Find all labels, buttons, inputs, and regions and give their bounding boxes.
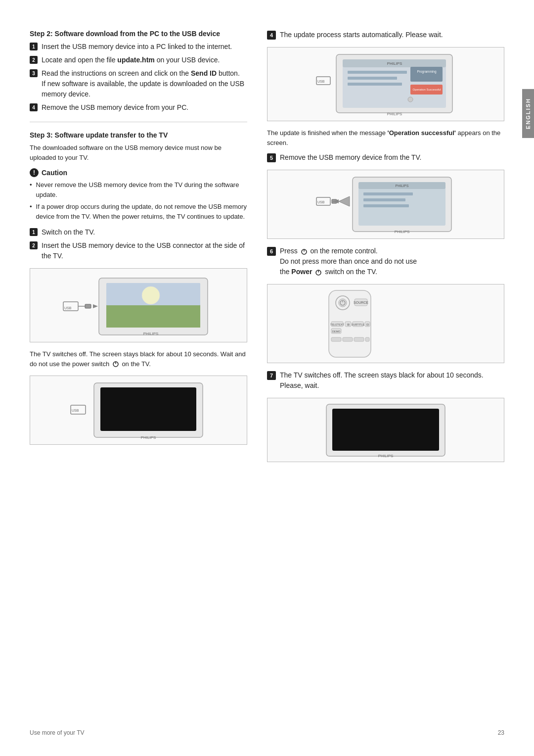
switch-content-1: Switch on the TV. xyxy=(42,227,247,237)
step3-title: Step 3: Software update transfer to the … xyxy=(30,131,247,139)
step2-item-3: 3 Read the instructions on screen and cl… xyxy=(30,68,247,99)
step4-num: 4 xyxy=(267,31,276,40)
svg-rect-69 xyxy=(331,337,341,341)
switch-list: 1 Switch on the TV. 2 Insert the USB mem… xyxy=(30,227,247,261)
tv-illustration-5: SOURCE TELETEXT ⊞ SUBTITLE ⊟ DEMO xyxy=(267,284,504,363)
svg-rect-46 xyxy=(363,204,409,207)
svg-text:PHILIPS: PHILIPS xyxy=(396,184,409,188)
page-container: ENGLISH Step 2: Software download from t… xyxy=(0,0,534,756)
footer-right: 23 xyxy=(498,729,504,736)
power-icon-1 xyxy=(112,361,119,368)
svg-text:SUBTITLE: SUBTITLE xyxy=(352,323,365,326)
svg-text:PHILIPS: PHILIPS xyxy=(378,454,394,458)
step6-content: Press on the remote control. Do not pres… xyxy=(280,246,504,277)
switch-num-2: 2 xyxy=(30,241,38,249)
left-column: Step 2: Software download from the PC to… xyxy=(30,30,247,469)
svg-text:⊞: ⊞ xyxy=(347,323,350,326)
step4-block: 4 The update process starts automaticall… xyxy=(267,30,504,40)
svg-rect-3 xyxy=(85,304,91,308)
step6-block: 6 Press on the remote control. Do not pr… xyxy=(267,246,504,277)
svg-text:USB: USB xyxy=(72,409,79,412)
step2-item-2: 2 Locate and open the file update.htm on… xyxy=(30,55,247,65)
svg-rect-9 xyxy=(106,305,200,328)
switch-item-2: 2 Insert the USB memory device to the US… xyxy=(30,240,247,261)
svg-rect-72 xyxy=(365,337,369,341)
caution-block: ! Caution Never remove the USB memory de… xyxy=(30,168,247,221)
svg-rect-71 xyxy=(354,337,364,341)
svg-text:USB: USB xyxy=(317,80,325,83)
step7-content: The TV switches off. The screen stays bl… xyxy=(280,370,504,391)
step2-content-3: Read the instructions on screen and clic… xyxy=(42,68,247,99)
operation-successful-text: 'Operation successful' xyxy=(388,129,456,137)
tv-illus-wrap-1: USB xyxy=(30,268,247,342)
svg-text:Operation Successful: Operation Successful xyxy=(412,88,441,91)
tv-svg-1: USB xyxy=(59,273,218,337)
switch-item-1: 1 Switch on the TV. xyxy=(30,227,247,237)
step2-num-2: 2 xyxy=(30,56,38,64)
power-icon-3 xyxy=(315,269,322,276)
tv-illustration-6: PHILIPS xyxy=(267,398,504,462)
power-svg-3 xyxy=(315,269,322,276)
switch-content-2: Insert the USB memory device to the USB … xyxy=(42,240,247,261)
caution-title: ! Caution xyxy=(30,168,247,177)
right-column: 4 The update process starts automaticall… xyxy=(267,30,504,469)
svg-rect-27 xyxy=(348,83,402,86)
svg-rect-25 xyxy=(348,71,407,74)
step5-block: 5 Remove the USB memory device from the … xyxy=(267,152,504,163)
step2-num-3: 3 xyxy=(30,69,38,77)
svg-rect-26 xyxy=(348,77,397,80)
svg-text:DEMO: DEMO xyxy=(332,330,341,333)
power-svg-2 xyxy=(301,248,308,255)
tv-svg-2: USB PHILIPS xyxy=(67,380,210,440)
tv-illustration-3: USB PHILIPS Programm xyxy=(267,47,504,121)
svg-text:PHILIPS: PHILIPS xyxy=(143,331,159,336)
step4-content: The update process starts automatically.… xyxy=(280,30,504,40)
tv-illustration-4: USB PH xyxy=(267,170,504,239)
step5-num: 5 xyxy=(267,153,276,162)
tv-illus-wrap-4: USB PH xyxy=(267,170,504,239)
svg-point-10 xyxy=(142,286,160,304)
svg-rect-74 xyxy=(332,409,439,451)
page-footer: Use more of your TV 23 xyxy=(30,729,504,736)
divider-1 xyxy=(30,122,247,122)
tv-illus-wrap-3: USB PHILIPS Programm xyxy=(267,47,504,121)
tv-illus-wrap-2: USB PHILIPS xyxy=(30,376,247,445)
svg-point-32 xyxy=(408,97,413,102)
power-svg-1 xyxy=(112,361,119,368)
svg-text:SOURCE: SOURCE xyxy=(354,301,368,304)
tv-svg-4: USB PH xyxy=(314,175,457,234)
svg-rect-28 xyxy=(410,67,443,82)
svg-text:⊟: ⊟ xyxy=(366,323,369,326)
step2-title: Step 2: Software download from the PC to… xyxy=(30,30,247,38)
tv-illus-wrap-5: SOURCE TELETEXT ⊞ SUBTITLE ⊟ DEMO xyxy=(267,283,504,365)
tv-illus-wrap-6: PHILIPS xyxy=(267,397,504,464)
svg-text:PHILIPS: PHILIPS xyxy=(141,435,156,440)
svg-text:PHILIPS: PHILIPS xyxy=(395,230,410,234)
caution-item-2: If a power drop occurs during the update… xyxy=(30,202,247,221)
step5-content: Remove the USB memory device from the TV… xyxy=(280,152,504,163)
step2-list: 1 Insert the USB memory device into a PC… xyxy=(30,42,247,113)
svg-text:PHILIPS: PHILIPS xyxy=(387,112,402,116)
step7-block: 7 The TV switches off. The screen stays … xyxy=(267,370,504,391)
update-finish-text: The update is finished when the message … xyxy=(267,128,504,147)
step6-num: 6 xyxy=(267,247,276,256)
switch-num-1: 1 xyxy=(30,228,38,236)
step2-item-1: 1 Insert the USB memory device into a PC… xyxy=(30,42,247,52)
step2-content-1: Insert the USB memory device into a PC l… xyxy=(42,42,247,52)
power-icon-2 xyxy=(301,248,308,255)
main-content: Step 2: Software download from the PC to… xyxy=(30,30,504,469)
step7-num: 7 xyxy=(267,371,276,380)
svg-rect-45 xyxy=(363,198,405,201)
caution-item-1: Never remove the USB memory device from … xyxy=(30,180,247,199)
svg-text:TELETEXT: TELETEXT xyxy=(330,323,344,326)
step2-item-4: 4 Remove the USB memory device from your… xyxy=(30,102,247,113)
svg-rect-17 xyxy=(100,387,196,431)
svg-marker-39 xyxy=(339,196,350,206)
step3-intro: The downloaded software on the USB memor… xyxy=(30,143,247,162)
caution-icon: ! xyxy=(30,168,39,177)
svg-marker-4 xyxy=(93,304,98,308)
tv-illustration-1: USB xyxy=(30,268,247,342)
svg-rect-44 xyxy=(363,192,413,195)
svg-text:PHILIPS: PHILIPS xyxy=(387,61,402,66)
tv-svg-6: PHILIPS xyxy=(321,402,450,459)
